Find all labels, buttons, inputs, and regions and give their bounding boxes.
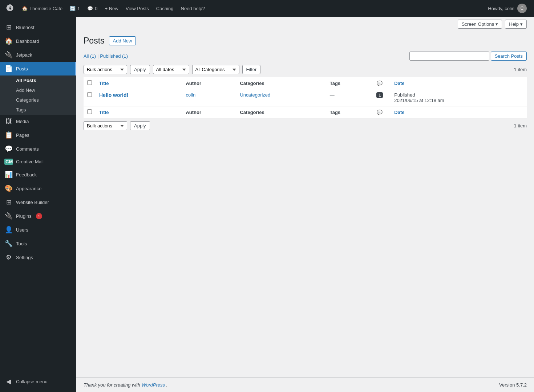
post-cat-link[interactable]: Uncategorized — [240, 92, 270, 98]
plugins-badge: 1 — [36, 213, 42, 219]
sidebar-item-bluehost[interactable]: ⊞ Bluehost — [0, 20, 76, 34]
author-footer: Author — [182, 106, 236, 118]
sidebar-item-creative-mail[interactable]: CM Creative Mail — [0, 156, 76, 168]
add-new-button[interactable]: Add New — [109, 36, 136, 45]
settings-icon: ⚙ — [4, 253, 13, 261]
collapse-menu-button[interactable]: ◀ Collapse menu — [0, 375, 76, 388]
comment-count-badge[interactable]: 1 — [376, 92, 383, 98]
item-count-bottom: 1 item — [514, 123, 527, 128]
adminbar-site[interactable]: 🏠 Themeisle Cafe — [18, 0, 66, 17]
content-area: Posts Add New All (1) | Published (1) — [76, 29, 534, 377]
adminbar-comments[interactable]: 💬 0 — [84, 0, 101, 17]
adminbar-caching[interactable]: Caching — [153, 0, 177, 17]
footer: Thank you for creating with WordPress . … — [76, 377, 534, 392]
post-title-link[interactable]: Hello world! — [99, 92, 128, 98]
apply-button-bottom[interactable]: Apply — [130, 121, 150, 130]
help-label: Need help? — [181, 6, 205, 11]
adminbar-right: Howdy, colin C — [484, 0, 530, 17]
posts-table: Title Author Categories Tags 💬 Date — [84, 77, 527, 118]
footer-thank-you: Thank you for creating with — [84, 382, 140, 388]
site-icon: 🏠 — [22, 6, 28, 11]
submenu-tags[interactable]: Tags — [0, 105, 76, 115]
help-chevron: ▾ — [520, 21, 523, 27]
search-posts-button[interactable]: Search Posts — [491, 52, 527, 61]
views-links: All (1) | Published (1) — [84, 53, 128, 59]
view-separator: | — [97, 53, 98, 59]
sidebar-item-pages[interactable]: 📋 Pages — [0, 128, 76, 142]
row-categories-cell: Uncategorized — [236, 89, 326, 106]
collapse-icon: ◀ — [4, 377, 13, 385]
admin-bar: 🅦 🏠 Themeisle Cafe 🔄 1 💬 0 + New View Po… — [0, 0, 534, 17]
sidebar-item-plugins[interactable]: 🔌 Plugins 1 — [0, 209, 76, 223]
categories-header: Categories — [236, 77, 326, 89]
media-icon: 🖼 — [4, 118, 13, 125]
help-button[interactable]: Help ▾ — [505, 20, 527, 29]
row-comments-cell: 1 — [369, 89, 391, 106]
updates-icon: 🔄 — [70, 6, 76, 11]
adminbar-new[interactable]: + New — [101, 0, 122, 17]
row-tags-cell: — — [326, 89, 369, 106]
categories-select[interactable]: All Categories — [192, 65, 239, 74]
apply-button-top[interactable]: Apply — [130, 65, 150, 74]
item-count-top: 1 item — [514, 67, 527, 72]
plugins-icon: 🔌 — [4, 212, 13, 220]
footer-left: Thank you for creating with WordPress . — [84, 382, 167, 388]
screen-options-button[interactable]: Screen Options ▾ — [458, 20, 502, 29]
select-all-checkbox[interactable] — [87, 80, 92, 85]
title-header[interactable]: Title — [96, 77, 182, 89]
adminbar-help[interactable]: Need help? — [177, 0, 209, 17]
adminbar-updates[interactable]: 🔄 1 — [66, 0, 84, 17]
sidebar-item-dashboard[interactable]: 🏠 Dashboard — [0, 34, 76, 48]
footer-period: . — [166, 382, 168, 388]
search-input[interactable] — [409, 52, 489, 61]
bulk-actions-select-top[interactable]: Bulk actions — [84, 65, 127, 74]
adminbar-howdy[interactable]: Howdy, colin C — [484, 0, 530, 17]
bulk-actions-select-bottom[interactable]: Bulk actions — [84, 121, 127, 130]
wordpress-link[interactable]: WordPress — [142, 382, 165, 388]
comments-header: 💬 — [369, 77, 391, 89]
sidebar-item-settings[interactable]: ⚙ Settings — [0, 250, 76, 264]
sidebar-item-users[interactable]: 👤 Users — [0, 223, 76, 237]
title-footer[interactable]: Title — [96, 106, 182, 118]
bluehost-icon: ⊞ — [4, 23, 13, 31]
filter-button[interactable]: Filter — [242, 65, 261, 74]
sidebar-item-appearance[interactable]: 🎨 Appearance — [0, 181, 76, 195]
submenu-categories[interactable]: Categories — [0, 95, 76, 105]
dates-select[interactable]: All dates — [153, 65, 189, 74]
sidebar-item-media[interactable]: 🖼 Media — [0, 115, 76, 128]
sidebar: ⊞ Bluehost 🏠 Dashboard 🔌 Jetpack 📄 Posts… — [0, 17, 76, 392]
sidebar-item-posts[interactable]: 📄 Posts — [0, 62, 76, 75]
sidebar-item-feedback[interactable]: 📊 Feedback — [0, 168, 76, 181]
main-topbar: Screen Options ▾ Help ▾ — [76, 17, 534, 29]
submenu-add-new[interactable]: Add New — [0, 85, 76, 95]
view-all-link[interactable]: All (1) — [84, 53, 96, 59]
author-header: Author — [182, 77, 236, 89]
tools-icon: 🔧 — [4, 240, 13, 248]
help-label: Help — [509, 21, 519, 27]
sidebar-item-comments[interactable]: 💬 Comments — [0, 142, 76, 156]
howdy-label: Howdy, colin — [488, 6, 514, 11]
pages-icon: 📋 — [4, 131, 13, 139]
sidebar-item-jetpack[interactable]: 🔌 Jetpack — [0, 48, 76, 62]
table-row: Hello world! colin Uncategorized — 1 — [84, 89, 527, 106]
posts-icon: 📄 — [4, 65, 13, 73]
view-published-link[interactable]: Published (1) — [100, 53, 128, 59]
row-checkbox[interactable] — [87, 92, 92, 97]
comments-header-icon: 💬 — [377, 81, 383, 86]
post-author-link[interactable]: colin — [186, 92, 195, 98]
submenu-all-posts[interactable]: All Posts — [0, 75, 76, 85]
search-box: Search Posts — [409, 52, 527, 61]
date-footer[interactable]: Date — [391, 106, 527, 118]
wp-logo[interactable]: 🅦 — [4, 4, 17, 13]
updates-count: 1 — [77, 6, 80, 11]
select-all-checkbox-footer[interactable] — [87, 109, 92, 114]
sidebar-item-website-builder[interactable]: ⊞ Website Builder — [0, 195, 76, 209]
adminbar-view-posts[interactable]: View Posts — [122, 0, 153, 17]
date-status: Published — [394, 92, 523, 98]
sidebar-item-tools[interactable]: 🔧 Tools — [0, 237, 76, 250]
new-label: + New — [105, 6, 118, 11]
layout: ⊞ Bluehost 🏠 Dashboard 🔌 Jetpack 📄 Posts… — [0, 17, 534, 392]
dashboard-icon: 🏠 — [4, 37, 13, 45]
date-header[interactable]: Date — [391, 77, 527, 89]
table-footer-row: Title Author Categories Tags 💬 Date — [84, 106, 527, 118]
